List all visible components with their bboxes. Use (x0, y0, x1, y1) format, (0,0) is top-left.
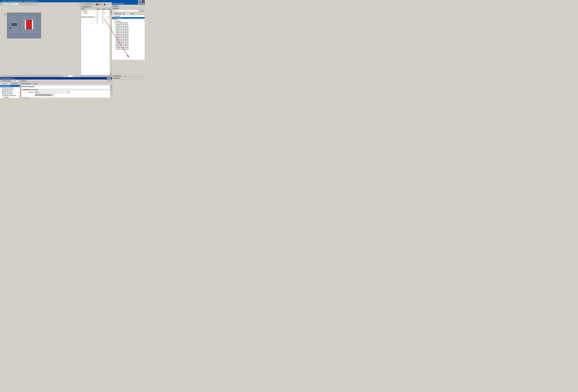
hw-btn-1[interactable]: □ (138, 3, 140, 4)
catalog-header[interactable]: ▼ Katalog (112, 7, 145, 9)
zoom-select[interactable]: 100% (65, 75, 74, 77)
nav-erweiterte-optionen[interactable]: ▼ Erweiterte Optionen (0, 87, 20, 89)
vscroll-up[interactable]: ▲ (110, 8, 112, 10)
toolbar-btn-2[interactable]: ⊟ (22, 3, 24, 5)
tree-item-io09[interactable]: ■ Modul I/O (09 Worte) (112, 37, 145, 38)
vscroll-down[interactable]: ▼ (110, 73, 112, 75)
search-clear-btn[interactable]: ⊠ (142, 10, 144, 12)
tree-item-io03[interactable]: ■ Modul I/O (03 Worte) (112, 27, 145, 29)
bottom-btn-1[interactable]: □ (107, 78, 109, 79)
tree-item-io16[interactable]: ■ Modul I/O (16 Worte) (112, 48, 145, 50)
design-canvas[interactable]: pumpe (0, 6, 81, 75)
profile-btn[interactable]: ⊞ (131, 12, 134, 15)
toolbar-btn-fit[interactable]: ± (36, 3, 39, 5)
canvas-extra-btn[interactable]: ⤢ (78, 75, 80, 77)
information-section[interactable]: ► Information (112, 75, 145, 77)
tab-topology[interactable]: ⊞ Topologiesicht (81, 3, 94, 5)
title-bar-buttons: _ □ ✕ (138, 0, 144, 2)
toolbar-btn-zoom[interactable]: 🔍 (33, 3, 36, 5)
minimize-button[interactable]: _ (138, 0, 140, 2)
tree-item-io07[interactable]: ■ Modul I/O (07 Worte) (112, 34, 145, 35)
table-row[interactable]: 0 3 (81, 18, 110, 20)
tree-item-io15[interactable]: ■ Modul I/O (15 Worte) (112, 46, 145, 48)
table-row[interactable]: ▼ pumpe 0 0 DFC2... (81, 10, 110, 12)
tree-item-io12[interactable]: ■ Modul I/O (12 Worte) (112, 42, 145, 43)
tree-item-modul[interactable]: 📁 Modul (112, 19, 145, 20)
hw-btn-2[interactable]: ▷ (140, 3, 142, 4)
hscroll-right-btn[interactable]: ► (110, 75, 112, 77)
nav-medienredundanz[interactable]: Medienredundanz (0, 91, 20, 93)
prop-close-btn[interactable]: ✕ (109, 80, 111, 82)
main-scrollbar[interactable]: ▲ ▼ (110, 85, 112, 98)
col-eaddr[interactable]: E-Adresse (107, 8, 110, 10)
tab-network[interactable]: ⊟ Netzsicht (94, 3, 103, 5)
prop-expand-btn[interactable]: ⤢ (107, 80, 109, 82)
main-scroll-up[interactable]: ▲ (110, 85, 112, 87)
row-baugr-2: 0 (96, 14, 102, 16)
tab-io-variablen[interactable]: IO-Variablen (9, 83, 19, 85)
hscroll-track[interactable] (3, 76, 61, 77)
filter-checkbox[interactable] (112, 13, 114, 14)
nav-echtzeit[interactable]: ▼ Echtzeit-Einstellungen (0, 94, 20, 96)
table-row[interactable]: ► PN-IO 0 0 X1 SEW-... (81, 12, 110, 14)
tree-item-io10[interactable]: ■ Modul I/O (10 Worte) (112, 38, 145, 40)
col-steck[interactable]: Steck... (102, 8, 107, 10)
tree-item-io02[interactable]: ■ Modul I/O (02 Worte) (112, 25, 145, 27)
bottom-btn-2[interactable]: ▷ (109, 78, 111, 79)
toolbar-btn-4[interactable]: ⊞ (28, 3, 30, 5)
canvas-hscroll: ◄ ► 100% ▼ ⤢ (0, 75, 81, 77)
profile-select[interactable]: <Alle> (121, 13, 131, 15)
table-row[interactable]: 0 4 (81, 20, 110, 22)
nav-scroll-up[interactable]: ▲ (20, 85, 21, 87)
tree-item-kopfmodul[interactable]: 📁 Kopfmodul (112, 15, 145, 17)
device-select[interactable]: pumpe [DFC2xA V1.0] (2, 3, 19, 5)
add-subnet-btn[interactable]: Neues Subnetz hinzufügen... (35, 94, 53, 96)
prop-tab-info[interactable]: ℹ Info (12, 80, 18, 82)
tree-item-leerplatz[interactable]: 📁 Leerplatz (112, 20, 145, 22)
toolbar-btn-3[interactable]: ⊠ (25, 3, 27, 5)
main-scroll-down[interactable]: ▼ (110, 89, 112, 91)
hw-close-btn[interactable]: ✕ (142, 3, 144, 4)
tree-item-io13[interactable]: ■ Modul I/O (13 Worte) (112, 43, 145, 45)
hscroll-track[interactable] (83, 76, 110, 77)
subnet-select[interactable]: PNIE_1 (35, 91, 70, 93)
hscroll-left-btn[interactable]: ◄ (81, 75, 83, 77)
tree-item-prozess[interactable]: 📂 Prozessdaten Module (112, 22, 145, 24)
tab-texte[interactable]: Texte (33, 83, 38, 85)
tree-item-io14[interactable]: ■ Modul I/O (14 Worte) (112, 45, 145, 46)
search-btn[interactable]: 🔍 (139, 10, 141, 12)
tab-systemkonstanten[interactable]: Systemkonstanten (19, 83, 33, 85)
toolbar-btn-1[interactable]: ⊞ (19, 3, 22, 5)
prop-tab-diagnose[interactable]: 🔧 Diagnose (18, 80, 28, 82)
tree-item-io01[interactable]: ■ Modul I/O (01 Wort) (112, 24, 145, 25)
table-row[interactable]: 0 5 (81, 22, 110, 24)
close-button[interactable]: ✕ (142, 0, 144, 2)
nav-taktsynchronisation[interactable]: Taktsynchronisation (0, 93, 20, 94)
toolbar-btn-5[interactable]: ⊡ (30, 3, 33, 5)
overview-vscroll[interactable]: ▲ ▼ (110, 8, 112, 75)
scroll-right-btn[interactable]: ► (62, 75, 64, 77)
prop-tab-eigenschaften[interactable]: ⚙ Eigenschaften (0, 80, 12, 82)
tree-item-io04[interactable]: ■ Modul I/O (04 Worte) (112, 29, 145, 30)
tab-allgemein[interactable]: Allgemein (0, 83, 9, 85)
tree-item-io11[interactable]: ■ Modul I/O (11 Worte) (112, 40, 145, 42)
col-baugruppe[interactable]: Baugr... (96, 8, 102, 10)
table-row[interactable]: Modul I/O (16 Worte)_1 0 2 0...31 0...31… (81, 16, 110, 18)
nav-schnittstellen[interactable]: Schnittstellen-Option... (0, 89, 20, 91)
maximize-canvas-btn[interactable]: ⤢ (78, 3, 80, 5)
vscroll-thumb[interactable] (110, 10, 112, 14)
table-row[interactable]: 0 1 (81, 14, 110, 16)
table-container[interactable]: Modul Baugr... Steck... E-Adresse A-Adre… (81, 8, 110, 75)
zoom-dropdown-btn[interactable]: ▼ (75, 75, 77, 77)
nav-ethernet-adressen[interactable]: Ethernet-Adressen (0, 85, 20, 87)
scroll-left-btn[interactable]: ◄ (0, 75, 3, 77)
catalog-search-input[interactable] (112, 10, 139, 12)
tree-item-dfc[interactable]: ■ DFC2xA V1.0 (112, 17, 145, 19)
col-modul[interactable]: Modul (81, 8, 96, 10)
nav-scrollbar[interactable]: ▲ ▼ (20, 85, 21, 98)
tree-item-io05[interactable]: ■ Modul I/O (05 Worte) (112, 30, 145, 32)
tree-item-io08[interactable]: ■ Modul I/O (08 Worte) (112, 35, 145, 37)
tree-item-io06[interactable]: ■ Modul I/O (06 Worte) (112, 32, 145, 34)
restore-button[interactable]: □ (140, 0, 142, 2)
nav-io-zyklus[interactable]: IO-Zyklus (0, 96, 20, 98)
